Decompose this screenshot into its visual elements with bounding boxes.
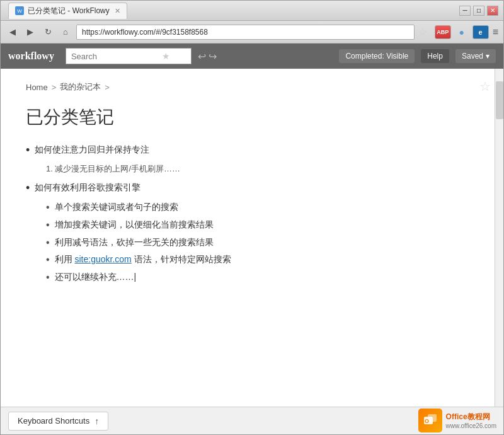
bullet-icon: • xyxy=(26,180,30,197)
scrollbar[interactable] xyxy=(495,69,503,407)
close-button[interactable]: ✕ xyxy=(487,6,498,16)
title-bar: W 已分类笔记 - WorkFlowy ✕ ─ □ ✕ xyxy=(1,1,503,21)
list-item-text[interactable]: 如何使注意力回归并保持专注 xyxy=(35,142,149,158)
office-url: www.office26.com xyxy=(446,422,496,429)
breadcrumb-sep-1: > xyxy=(52,83,57,92)
numbered-sub-item: 1. 减少漫无目标的上网/手机刷屏…… xyxy=(46,161,478,176)
list-item: • 如何有效利用谷歌搜索引擎 xyxy=(26,180,478,197)
extension-icon-1[interactable]: ● xyxy=(455,25,469,39)
forward-button[interactable]: ▶ xyxy=(23,25,37,39)
undo-button[interactable]: ↩ xyxy=(198,50,206,62)
sub-list-item: • 还可以继续补充……| xyxy=(46,269,478,286)
page-title: 已分类笔记 xyxy=(26,105,478,129)
search-input[interactable] xyxy=(71,52,159,61)
sub-item-text[interactable]: 还可以继续补充……| xyxy=(55,269,137,285)
sub-list-item: • 利用 site:guokr.com 语法，针对特定网站搜索 xyxy=(46,252,478,268)
numbered-item-text: 1. 减少漫无目标的上网/手机刷屏…… xyxy=(46,164,180,173)
breadcrumb-parent[interactable]: 我的杂记本 xyxy=(60,81,101,93)
site-link[interactable]: site:guokr.com xyxy=(75,254,132,264)
window-controls: ─ □ ✕ xyxy=(459,6,498,16)
sub-list-item: • 利用减号语法，砍掉一些无关的搜索结果 xyxy=(46,235,478,251)
svg-rect-1 xyxy=(428,414,437,422)
browser-menu-button[interactable]: ≡ xyxy=(493,26,498,38)
refresh-button[interactable]: ↻ xyxy=(41,25,55,39)
sub-item-text[interactable]: 利用 site:guokr.com 语法，针对特定网站搜索 xyxy=(55,252,231,267)
main-window: W 已分类笔记 - WorkFlowy ✕ ─ □ ✕ ◀ ▶ ↻ ⌂ ☆ AB… xyxy=(0,0,504,435)
scrollbar-thumb[interactable] xyxy=(496,81,503,119)
office-brand: Office教程网 xyxy=(446,412,496,422)
maximize-button[interactable]: □ xyxy=(473,6,484,16)
breadcrumb-sep-2: > xyxy=(105,83,110,92)
keyboard-shortcuts-button[interactable]: Keyboard Shortcuts ↑ xyxy=(8,412,108,431)
breadcrumb-home[interactable]: Home xyxy=(26,83,48,92)
tab-title: 已分类笔记 - WorkFlowy xyxy=(28,6,110,16)
undo-redo-group: ↩ ↪ xyxy=(198,50,217,62)
list-item-text[interactable]: 如何有效利用谷歌搜索引擎 xyxy=(35,180,140,195)
office-icon: O xyxy=(423,413,438,428)
saved-dropdown-icon: ▾ xyxy=(486,52,490,61)
search-box: ★ xyxy=(66,48,192,64)
app-bar: workflowy ★ ↩ ↪ Completed: Visible Help … xyxy=(1,44,503,69)
bottom-bar: Keyboard Shortcuts ↑ O Office教程网 www.off… xyxy=(1,407,503,434)
sub-item-text[interactable]: 单个搜索关键词或者句子的搜索 xyxy=(55,199,178,215)
office-logo: O xyxy=(418,409,442,432)
saved-button[interactable]: Saved ▾ xyxy=(455,49,496,63)
address-bar: ◀ ▶ ↻ ⌂ ☆ ABP ● e ≡ xyxy=(1,21,503,44)
url-input[interactable] xyxy=(76,25,415,40)
sub-list-item: • 单个搜索关键词或者句子的搜索 xyxy=(46,199,478,216)
sub-list-item: • 增加搜索关键词，以便细化当前搜索结果 xyxy=(46,217,478,233)
saved-label: Saved xyxy=(462,52,483,61)
keyboard-shortcuts-label: Keyboard Shortcuts xyxy=(18,416,89,426)
list-item: • 如何使注意力回归并保持专注 xyxy=(26,142,478,159)
favorite-star-icon[interactable]: ☆ xyxy=(479,79,491,94)
sub-bullet-icon: • xyxy=(46,199,50,216)
svg-text:O: O xyxy=(425,418,429,424)
arrow-up-icon: ↑ xyxy=(94,416,99,426)
content-list: • 如何使注意力回归并保持专注 1. 减少漫无目标的上网/手机刷屏…… • 如何… xyxy=(26,142,478,285)
tab-favicon: W xyxy=(15,6,24,15)
breadcrumb: Home > 我的杂记本 > xyxy=(26,81,478,93)
app-logo: workflowy xyxy=(8,50,54,62)
ie-button[interactable]: e xyxy=(472,25,489,39)
browser-tab[interactable]: W 已分类笔记 - WorkFlowy ✕ xyxy=(8,3,127,19)
search-star-icon: ★ xyxy=(162,51,170,61)
sub-bullet-icon: • xyxy=(46,269,50,286)
office-text: Office教程网 www.office26.com xyxy=(446,412,496,429)
office-watermark: O Office教程网 www.office26.com xyxy=(418,409,496,432)
sub-bullet-icon: • xyxy=(46,235,50,251)
sub-item-text[interactable]: 利用减号语法，砍掉一些无关的搜索结果 xyxy=(55,235,214,250)
completed-button[interactable]: Completed: Visible xyxy=(339,49,415,63)
minimize-button[interactable]: ─ xyxy=(459,6,471,16)
back-button[interactable]: ◀ xyxy=(6,25,20,39)
home-button[interactable]: ⌂ xyxy=(59,25,72,39)
sub-item-text[interactable]: 增加搜索关键词，以便细化当前搜索结果 xyxy=(55,217,214,233)
help-button[interactable]: Help xyxy=(421,49,449,63)
adblock-button[interactable]: ABP xyxy=(435,25,451,39)
sub-bullet-icon: • xyxy=(46,252,50,268)
bullet-icon: • xyxy=(26,142,30,159)
sub-bullet-icon: • xyxy=(46,217,50,233)
content-area: ☆ Home > 我的杂记本 > 已分类笔记 • 如何使注意力回归并保持专注 1… xyxy=(1,69,503,407)
tab-close-button[interactable]: ✕ xyxy=(115,7,120,15)
redo-button[interactable]: ↪ xyxy=(209,50,217,62)
bookmark-star-icon[interactable]: ☆ xyxy=(418,26,431,38)
